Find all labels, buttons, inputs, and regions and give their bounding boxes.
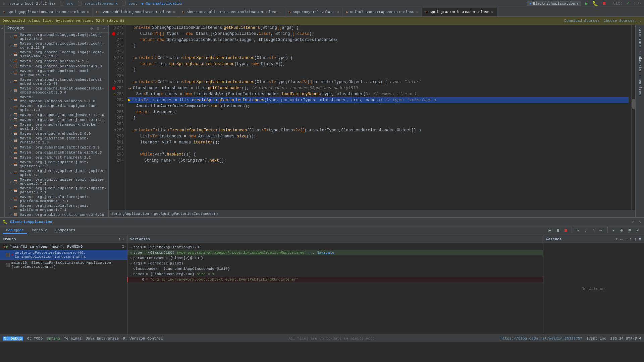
pause-button[interactable]: ⏸ [554,227,561,234]
close-icon[interactable]: ✕ [87,10,89,14]
sidebar-item[interactable]: ▷☰Maven: org.checkerframework:checker-qu… [5,122,108,131]
right-structure[interactable]: Structure [636,26,644,49]
watch-down-button[interactable]: ↓ [634,237,637,242]
sidebar-item[interactable]: ▷☰Maven: org.glassfish.jaxb:txw2:2.3.3 [5,145,108,150]
tab-abstractapplicationeventmulticaster[interactable]: C AbstractApplicationEventMulticaster.cl… [179,8,285,16]
close-icon[interactable]: ✕ [173,10,175,14]
sidebar-close-icon[interactable]: ✕ [103,26,106,31]
play-button[interactable]: ▶ [585,1,588,6]
sidebar-item[interactable]: ▷☰Maven: org.assertj:assertj-core:3.18.1 [5,117,108,122]
sidebar-item[interactable]: ▷☰Maven: org.ehcache:ehcache:3.9.0 [5,131,108,136]
tab-springapplicationrunlisteners[interactable]: C SpringApplicationRunListeners.class ✕ [0,8,93,16]
watch-infinity-button[interactable]: ∞ [639,237,641,242]
close-icon[interactable]: ✕ [337,10,339,14]
thread-item[interactable]: ⚙ ▶ "main"@1 in group "main": RUNNING ⊻ [0,243,127,250]
status-terminal-tab[interactable]: Terminal [64,337,82,341]
tab-debugger[interactable]: Debugger [3,228,27,234]
var-this[interactable]: ▷ this = {SpringApplication@1773} [127,245,543,250]
sidebar-item[interactable]: ▷☰Maven: org.apache.logging.log4j:log4j-… [5,33,108,41]
sidebar-item[interactable]: ▷☰Maven: org.junit.platform:junit-platfo… [5,195,108,203]
code-line-293: while(var7.hasNext()) { [128,152,629,158]
status-event-log[interactable]: Event Log [586,337,606,341]
status-java-enterprise-tab[interactable]: Java Enterprise [86,337,119,341]
debug-button[interactable]: 🐛 [592,1,598,6]
debug-close-icon[interactable]: ✕ [632,220,635,224]
sidebar-item[interactable]: ▷☰Maven: org.junit.platform:junit-platfo… [5,203,108,212]
status-url[interactable]: https://blog.csdn.net/weixin_35323757 [500,337,582,341]
frames-panel: Frames ↑ ↓ ⚙ ▶ "main"@1 in group "main":… [0,235,127,335]
download-sources-link[interactable]: Download Sources [564,19,600,23]
sidebar-item[interactable]: ▷☰Maven: org.junit.jupiter:junit-jupiter… [5,169,108,177]
step-into-button[interactable]: ↓ [582,227,589,234]
breadcrumb-springapplication[interactable]: SpringApplication [111,212,149,216]
right-favorites[interactable]: Favorites [636,74,644,97]
sidebar-item[interactable]: ▷☰Maven: org.hamcrest:hamcrest:2.2 [5,155,108,160]
var-names[interactable]: ▾ names = {LinkedHashSet@2188} size = 1 [127,272,543,277]
watch-edit-button[interactable]: ✏ [620,237,623,242]
run-config-selector[interactable]: ● ElectricApplication ▼ [527,1,581,6]
close-icon[interactable]: ✕ [279,10,281,14]
sidebar-item[interactable]: ▷☰Maven: org.apache.tomcat.embed:tomcat-… [5,77,108,86]
sidebar-item[interactable]: ▷☰Maven: org.glassfish:jakarta.el:3.0.3 [5,150,108,155]
frames-down-icon[interactable]: ↓ [122,237,124,242]
tab-springfactoriesloader[interactable]: C SpringFactoriesLoader.class ✕ [422,8,497,16]
tab-eventpublishingrunlistener[interactable]: C EventPublishingRunListener.class ✕ [93,8,179,16]
var-type-item[interactable]: ◆ type = {Class@2180} type org.springfra… [127,250,543,255]
tab-defaultbootstrapcontext[interactable]: C DefaultBootstrapContext.class ✕ [342,8,422,16]
sidebar-item[interactable]: ▷☰Maven: org.junit.jupiter:junit-jupiter… [5,177,108,186]
close-icon[interactable]: ✕ [416,10,418,14]
sidebar-item[interactable]: ▷☰Maven: org.apache.poi:poi-ooxml:4.1.0 [5,64,108,69]
status-todo-tab[interactable]: 6: TODO [27,337,43,341]
var-classloader[interactable]: ▷ classLoader = {Launcher$AppClassLoader… [127,266,543,272]
stop-button[interactable]: ⏹ [602,1,606,6]
frames-up-icon[interactable]: ↑ [118,237,121,242]
var-args[interactable]: ▷ args = {Object[2]@2182} [127,261,543,266]
sidebar-item[interactable]: ▷☰Maven: org.apache.poi:poi-ooxml-schema… [5,69,108,77]
line-num-294: 294 [116,158,124,164]
sidebar-item[interactable]: ▷☰Maven: org.apache.logging.log4j:log4j-… [5,41,108,50]
status-debug-tab[interactable]: 5: Debug [3,337,23,341]
var-names-0[interactable]: ▷ 0 = "org.springframework.boot.context.… [127,277,543,282]
project-collapse-icon[interactable]: ◀ [1,26,3,30]
sidebar-item[interactable]: ▷☰Maven: org.apache.xmlbeans:xmlbeans:3.… [5,95,108,104]
thread-filter-icon[interactable]: ⊻ [122,244,124,249]
var-parametertypes[interactable]: ▷ parameterTypes = {Class[2]@2181} [127,255,543,261]
sidebar-item[interactable]: ▷☰Maven: org.glassfish.jaxb:jaxb-runtime… [5,136,108,145]
debug-gear-icon[interactable]: ⚙ [639,220,641,224]
breadcrumb-method[interactable]: getSpringFactoriesInstances() [154,212,218,216]
evaluate-button[interactable]: ✦ [610,227,617,234]
layout-button[interactable]: ⊞ [626,227,633,234]
sidebar-item[interactable]: ▷☰Maven: org.junit.jupiter:junit-jupiter… [5,160,108,169]
tab-aopproxyutils[interactable]: C AopProxyUtils.class ✕ [285,8,342,16]
sidebar-layout-icon[interactable]: ⊞ [97,26,99,31]
tab-console[interactable]: Console [29,228,51,234]
run-to-cursor-button[interactable]: →| [598,227,605,234]
sidebar-item[interactable]: ▷☰Maven: org.mockito:mockito-core:3.6.28 [5,212,108,217]
watch-up-button[interactable]: ↑ [630,237,632,242]
stop-button[interactable]: ⏹ [562,227,570,234]
right-bookmarks[interactable]: Bookmarks [636,50,644,72]
step-over-button[interactable]: ↷ [574,227,581,234]
window-title: spring-boot-2.4.3.jar [9,2,56,6]
close-icon[interactable]: ✕ [491,10,493,14]
sidebar-item[interactable]: ▷☰Maven: org.apache.poi:poi:4.1.0 [5,59,108,64]
watch-add-button[interactable]: + [615,237,618,242]
watch-remove-button[interactable]: − [625,237,628,242]
tab-endpoints[interactable]: Endpoints [52,228,78,234]
sidebar-gear-icon[interactable]: ⚙ [90,26,93,31]
resume-button[interactable]: ▶ [546,227,553,234]
choose-sources-link[interactable]: Choose Sources... [604,19,641,23]
sidebar-item[interactable]: ▷☰Maven: org.apiguardian:apiguardian-api… [5,104,108,112]
status-version-control-tab[interactable]: 9: Version Control [123,337,163,341]
frame-item-0[interactable]: ⬛ ● getSpringFactoriesInstances:449, Spr… [0,250,127,260]
navigate-link[interactable]: ... Navigate [308,251,334,255]
close-debugger-button[interactable]: ✕ [634,227,641,234]
sidebar-item[interactable]: ▷☰Maven: org.junit.jupiter:junit-jupiter… [5,186,108,195]
sidebar-item[interactable]: ▷☰Maven: org.aspectj:aspectjweaver:1.9.6 [5,112,108,117]
step-out-button[interactable]: ↑ [590,227,597,234]
settings-button[interactable]: ⚙ [618,227,625,234]
frame-item-1[interactable]: ⬛ main:10, ElectricPartsOptimizationAppl… [0,260,127,270]
status-spring-tab[interactable]: Spring [47,337,60,341]
sidebar-item[interactable]: ▷☰Maven: org.apache.tomcat.embed:tomcat-… [5,86,108,95]
sidebar-item[interactable]: ▷☰Maven: org.apache.logging.log4j:log4j-… [5,50,108,59]
